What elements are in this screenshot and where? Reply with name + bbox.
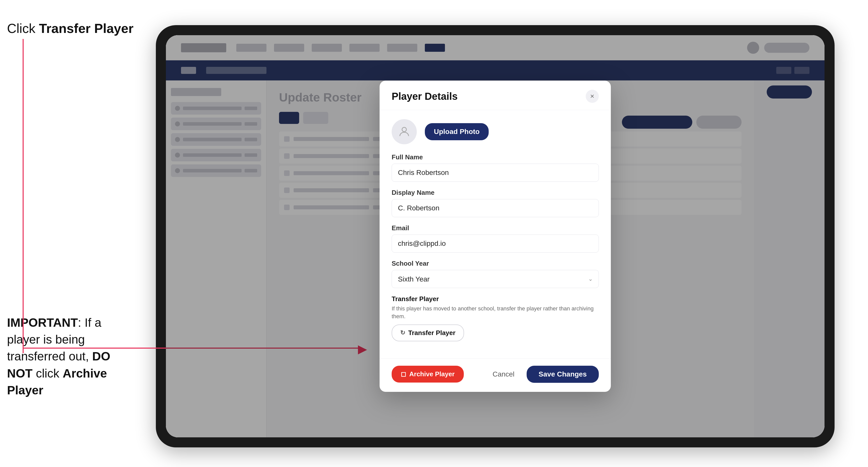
avatar-circle xyxy=(392,119,417,144)
display-name-input[interactable] xyxy=(392,199,599,217)
modal-body: Upload Photo Full Name Display Name xyxy=(379,110,611,359)
school-year-label: School Year xyxy=(392,260,599,268)
school-year-select[interactable]: First Year Second Year Third Year Fourth… xyxy=(392,270,599,288)
modal-header: Player Details × xyxy=(379,81,611,110)
tablet-inner: Update Roster xyxy=(166,35,825,437)
school-year-group: School Year First Year Second Year Third… xyxy=(392,260,599,288)
modal-footer: ◻ Archive Player Cancel Save Changes xyxy=(379,359,611,392)
modal-overlay: Player Details × xyxy=(166,35,825,437)
important-label: IMPORTANT xyxy=(7,316,78,329)
save-changes-button[interactable]: Save Changes xyxy=(527,366,599,383)
archive-icon: ◻ xyxy=(401,370,406,378)
modal-close-button[interactable]: × xyxy=(586,90,599,103)
instruction-prefix: Click xyxy=(7,21,39,36)
instruction-bottom: IMPORTANT: If a player is being transfer… xyxy=(7,314,133,399)
full-name-label: Full Name xyxy=(392,153,599,161)
player-details-modal: Player Details × xyxy=(379,81,611,392)
instruction-text2: click xyxy=(32,367,63,380)
email-group: Email xyxy=(392,224,599,253)
full-name-input[interactable] xyxy=(392,164,599,182)
transfer-section-label: Transfer Player xyxy=(392,295,599,303)
modal-title: Player Details xyxy=(392,91,458,102)
instruction-top: Click Transfer Player xyxy=(7,20,133,37)
transfer-btn-label: Transfer Player xyxy=(408,329,456,337)
annotation-vertical-line xyxy=(23,39,24,353)
school-year-select-wrapper: First Year Second Year Third Year Fourth… xyxy=(392,270,599,288)
close-icon: × xyxy=(590,92,594,100)
display-name-label: Display Name xyxy=(392,189,599,196)
display-name-group: Display Name xyxy=(392,189,599,217)
transfer-icon: ↻ xyxy=(400,329,405,336)
transfer-section-description: If this player has moved to another scho… xyxy=(392,305,599,320)
archive-btn-label: Archive Player xyxy=(409,370,455,378)
person-icon xyxy=(398,125,411,138)
svg-point-0 xyxy=(402,127,406,132)
archive-player-button[interactable]: ◻ Archive Player xyxy=(392,366,464,382)
email-label: Email xyxy=(392,224,599,232)
avatar-section: Upload Photo xyxy=(392,119,599,144)
footer-right: Cancel Save Changes xyxy=(487,366,599,383)
upload-photo-button[interactable]: Upload Photo xyxy=(425,123,489,140)
tablet-screen: Update Roster xyxy=(166,35,825,437)
cancel-button[interactable]: Cancel xyxy=(487,366,520,382)
email-input[interactable] xyxy=(392,235,599,253)
instruction-bold: Transfer Player xyxy=(39,21,133,36)
full-name-group: Full Name xyxy=(392,153,599,182)
transfer-player-button[interactable]: ↻ Transfer Player xyxy=(392,324,464,341)
transfer-player-section: Transfer Player If this player has moved… xyxy=(392,295,599,341)
tablet-frame: Update Roster xyxy=(156,25,835,447)
